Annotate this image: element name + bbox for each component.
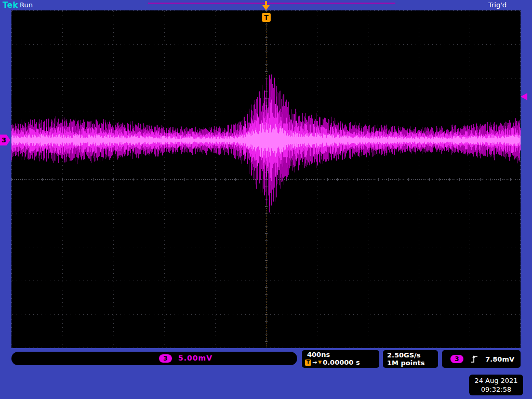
trigger-level-marker-icon[interactable] [521,93,527,100]
channel-3-position-marker[interactable]: 3 [0,135,10,145]
acquisition-status: Run [20,1,33,9]
trigger-position-flag[interactable]: T [262,13,271,22]
right-arrow-icon: → [312,359,317,366]
record-view-bar [148,3,395,4]
record-length: 1M points [387,359,438,367]
rising-edge-icon [471,354,478,364]
channel-3-badge: 3 [159,354,172,363]
down-triangle-icon: ▼ [318,359,322,366]
trigger-readout[interactable]: 3 7.80mV [442,350,521,368]
channel-3-scale: 5.00mV [178,354,212,362]
trigger-position-arrow-icon[interactable] [262,1,270,10]
tek-logo: Tek [3,1,18,10]
acquisition-readout[interactable]: 2.50GS/s 1M points [383,350,438,368]
waveform-display[interactable] [11,10,521,348]
date-label: 24 Aug 2021 [469,376,523,385]
oscilloscope-screen: Tek Run Trig'd T 3 3 5.00mV 400ns T → ▼ … [0,0,532,399]
time-label: 09:32:58 [469,385,523,394]
horizontal-position: 0.00000 s [323,359,360,366]
horizontal-scale: 400ns [307,351,379,358]
sample-rate: 2.50GS/s [387,351,438,359]
datetime-readout: 24 Aug 2021 09:32:58 [469,375,523,395]
trigger-status: Trig'd [488,1,507,9]
graticule: T [11,10,521,348]
horizontal-readout[interactable]: 400ns T → ▼ 0.00000 s [302,350,379,368]
trigger-level: 7.80mV [485,355,514,363]
trigger-source-badge: 3 [450,355,463,363]
trigger-t-icon: T [305,360,311,366]
channel-readout-bar[interactable]: 3 5.00mV [11,352,297,365]
